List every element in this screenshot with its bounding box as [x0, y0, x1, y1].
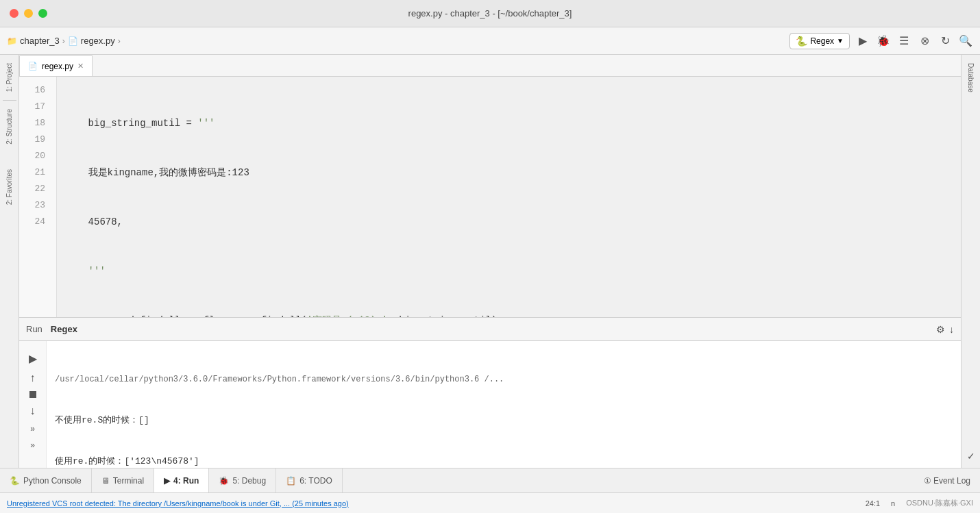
code-editor[interactable]: 16 17 18 19 20 21 22 23 24 big_string_mu…: [19, 77, 961, 317]
run-panel: Run Regex ⚙ ↓ ▶ ↑ ↓ »: [19, 317, 961, 468]
vcs-message[interactable]: Unregistered VCS root detected: The dire…: [7, 499, 349, 508]
code-content[interactable]: big_string_mutil = ''' 我是kingname,我的微博密码…: [57, 77, 961, 317]
tab-run[interactable]: ▶ 4: Run: [154, 468, 209, 493]
close-button[interactable]: [10, 9, 19, 18]
terminal-label: Terminal: [113, 476, 144, 486]
toolbar-right: 🐍 Regex ▼ ▶ 🐞 ☰ ⊗ ↻ 🔍: [789, 33, 973, 49]
run-output: ▶ ↑ ↓ » » /usr/local/cellar/python3/3.6.…: [19, 341, 961, 468]
code-line-18: 45678,: [65, 214, 953, 230]
sidebar-item-project[interactable]: 1: Project: [4, 58, 14, 97]
terminal-icon: 🖥: [101, 476, 110, 486]
event-log-tab[interactable]: ① Event Log: [914, 476, 980, 486]
bottom-tabs: 🐍 Python Console 🖥 Terminal ▶ 4: Run 🐞 5…: [0, 468, 980, 492]
window-title: regex.py - chapter_3 - [~/book/chapter_3…: [408, 8, 572, 18]
debug-tab-icon: 🐞: [219, 476, 229, 486]
tab-label: regex.py: [42, 62, 73, 71]
tab-close-icon[interactable]: ✕: [77, 62, 84, 71]
cursor-position: 24:1: [866, 499, 880, 508]
maximize-button[interactable]: [38, 9, 47, 18]
output-line-2: 使用re.的时候：['123\n45678']: [55, 455, 953, 468]
breadcrumb-sep2: ›: [118, 36, 121, 46]
run-tab-icon: ▶: [164, 476, 170, 486]
tab-todo[interactable]: 📋 6: TODO: [276, 468, 343, 493]
settings-icon[interactable]: ⚙: [936, 324, 945, 335]
scroll-up-icon[interactable]: ↑: [30, 372, 36, 384]
code-line-16: big_string_mutil = ''': [65, 115, 953, 132]
output-path: /usr/local/cellar/python3/3.6.0/Framewor…: [55, 373, 953, 386]
tab-debug[interactable]: 🐞 5: Debug: [209, 468, 276, 493]
breadcrumb-file[interactable]: regex.py: [81, 36, 115, 46]
run-side-controls: ▶ ↑ ↓ » »: [19, 341, 47, 468]
scroll-down-icon[interactable]: ↓: [30, 405, 36, 417]
code-line-19: ''': [65, 263, 953, 279]
code-line-17: 我是kingname,我的微博密码是:123: [65, 164, 953, 181]
rerun-button[interactable]: ↻: [938, 34, 953, 49]
breadcrumb: 📁 chapter_3 › 📄 regex.py ›: [7, 36, 785, 46]
regex-tab-label[interactable]: Regex: [51, 324, 77, 334]
more-right-icon[interactable]: »: [30, 440, 35, 450]
left-sidebar: 1: Project 2: Structure: [0, 55, 19, 468]
window-controls: [10, 9, 47, 18]
run-config-selector[interactable]: 🐍 Regex ▼: [789, 33, 850, 49]
tab-terminal[interactable]: 🖥 Terminal: [92, 468, 154, 493]
debug-button[interactable]: 🐞: [876, 34, 891, 49]
minimize-button[interactable]: [24, 9, 33, 18]
run-side-icons: ▶ ↑ ↓ » »: [29, 347, 37, 455]
todo-tab-label: 6: TODO: [299, 476, 332, 486]
status-bar: Unregistered VCS root detected: The dire…: [0, 492, 980, 513]
toolbar: 📁 chapter_3 › 📄 regex.py › 🐍 Regex ▼ ▶ 🐞…: [0, 27, 980, 55]
right-sidebar: Database ✓: [961, 55, 980, 468]
more-left-icon[interactable]: »: [30, 424, 35, 434]
run-config-arrow: ▼: [837, 37, 844, 45]
status-right: 24:1 n OSDNU·陈嘉栋·GXI: [866, 498, 973, 508]
run-config-label: Regex: [810, 36, 834, 46]
watermark: OSDNU·陈嘉栋·GXI: [906, 498, 973, 508]
breadcrumb-folder[interactable]: chapter_3: [20, 36, 60, 46]
tab-bar: 📄 regex.py ✕: [19, 55, 961, 77]
line-numbers: 16 17 18 19 20 21 22 23 24: [19, 77, 57, 317]
todo-tab-icon: 📋: [286, 476, 296, 486]
code-line-20: password_findall_no_flag = re.findall('密…: [65, 312, 953, 317]
breadcrumb-sep1: ›: [62, 36, 65, 46]
stop-icon[interactable]: [29, 391, 36, 398]
sidebar-item-structure[interactable]: 2: Structure: [4, 103, 14, 150]
encoding-indicator: n: [891, 499, 895, 508]
event-log-label: ① Event Log: [924, 476, 970, 486]
title-bar: regex.py - chapter_3 - [~/book/chapter_3…: [0, 0, 980, 27]
checkmark-icon: ✓: [967, 451, 975, 462]
run-panel-header: Run Regex ⚙ ↓: [19, 318, 961, 341]
tab-regex[interactable]: 📄 regex.py ✕: [19, 55, 93, 76]
profile-button[interactable]: ⊗: [917, 34, 932, 49]
run-tab-label-bottom: 4: Run: [173, 476, 199, 486]
python-console-label: Python Console: [23, 476, 82, 486]
scroll-end-icon[interactable]: ↓: [949, 324, 954, 335]
center-area: 📄 regex.py ✕ 16 17 18 19 20 21 22 23 24: [19, 55, 961, 468]
run-button[interactable]: ▶: [855, 34, 870, 49]
run-tools: ⚙ ↓: [936, 324, 954, 335]
run-content: /usr/local/cellar/python3/3.6.0/Framewor…: [47, 341, 961, 468]
python-console-icon: 🐍: [10, 476, 20, 486]
sidebar-item-database[interactable]: Database: [966, 58, 976, 98]
search-toolbar-button[interactable]: 🔍: [958, 34, 973, 49]
debug-tab-label: 5: Debug: [232, 476, 266, 486]
app-window: regex.py - chapter_3 - [~/book/chapter_3…: [0, 0, 980, 513]
editor-main: 1: Project 2: Structure 📄 regex.py ✕ 16 …: [0, 55, 980, 468]
run-play-icon[interactable]: ▶: [29, 352, 37, 365]
tab-python-console[interactable]: 🐍 Python Console: [0, 468, 92, 493]
run-tab-label[interactable]: Run: [26, 324, 42, 334]
coverage-button[interactable]: ☰: [896, 34, 911, 49]
output-line-1: 不使用re.S的时候：[]: [55, 414, 953, 427]
